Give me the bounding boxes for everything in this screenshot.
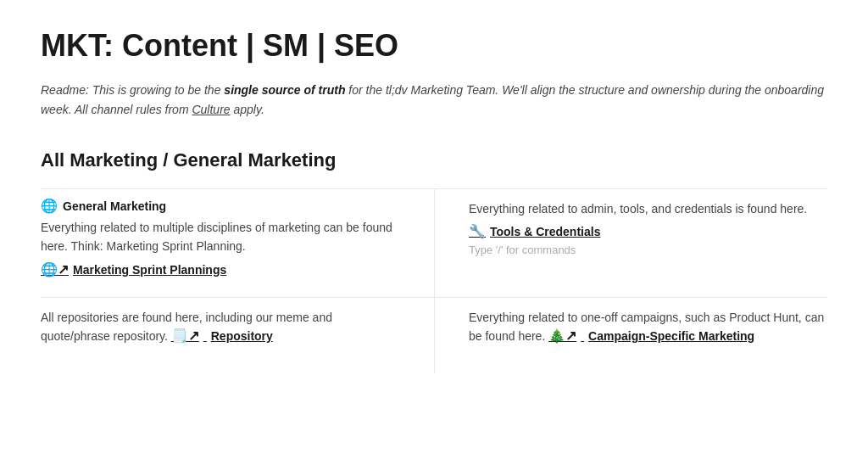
repository-link[interactable]: 🗒️↗ Repository xyxy=(171,327,273,345)
campaign-specific-cell: Everything related to one-off campaigns,… xyxy=(434,297,827,373)
campaign-specific-link[interactable]: 🎄↗ Campaign-Specific Marketing xyxy=(548,327,754,345)
readme-prefix: Readme: This is growing to be the xyxy=(41,83,224,97)
repository-cell: All repositories are found here, includi… xyxy=(41,297,434,373)
notepad-icon: 🗒️↗ xyxy=(171,329,199,343)
general-marketing-cell: 🌐 General Marketing Everything related t… xyxy=(41,188,434,297)
marketing-sprint-link[interactable]: 🌐↗ Marketing Sprint Plannings xyxy=(41,263,400,277)
campaign-specific-label: Campaign-Specific Marketing xyxy=(588,327,754,345)
tools-credentials-cell: Everything related to admin, tools, and … xyxy=(434,188,827,297)
marketing-sprint-label: Marketing Sprint Plannings xyxy=(73,263,226,277)
tools-credentials-body: Everything related to admin, tools, and … xyxy=(469,199,827,218)
culture-link[interactable]: Culture xyxy=(192,103,230,116)
readme-suffix2: apply. xyxy=(231,103,264,116)
section-title: All Marketing / General Marketing xyxy=(41,149,827,171)
readme-paragraph: Readme: This is growing to be the single… xyxy=(41,81,827,119)
tools-credentials-link[interactable]: 🔧 Tools & Credentials xyxy=(469,225,827,238)
page-title: MKT: Content | SM | SEO xyxy=(41,27,827,64)
readme-bold: single source of truth xyxy=(224,83,345,97)
slash-command-hint: Type '/' for commands xyxy=(469,244,827,256)
repository-body: All repositories are found here, includi… xyxy=(41,308,400,346)
tools-credentials-label: Tools & Credentials xyxy=(490,225,600,238)
globe-icon: 🌐 xyxy=(41,199,58,213)
general-marketing-heading: 🌐 General Marketing xyxy=(41,199,400,213)
globe-arrow-icon: 🌐↗ xyxy=(41,263,69,277)
general-marketing-label: General Marketing xyxy=(63,199,166,213)
marketing-grid: 🌐 General Marketing Everything related t… xyxy=(41,188,827,373)
campaign-icon: 🎄↗ xyxy=(548,329,576,343)
general-marketing-body: Everything related to multiple disciplin… xyxy=(41,218,400,256)
campaign-specific-body: Everything related to one-off campaigns,… xyxy=(469,308,827,346)
repository-label: Repository xyxy=(211,327,273,345)
tools-icon: 🔧 xyxy=(469,225,486,238)
